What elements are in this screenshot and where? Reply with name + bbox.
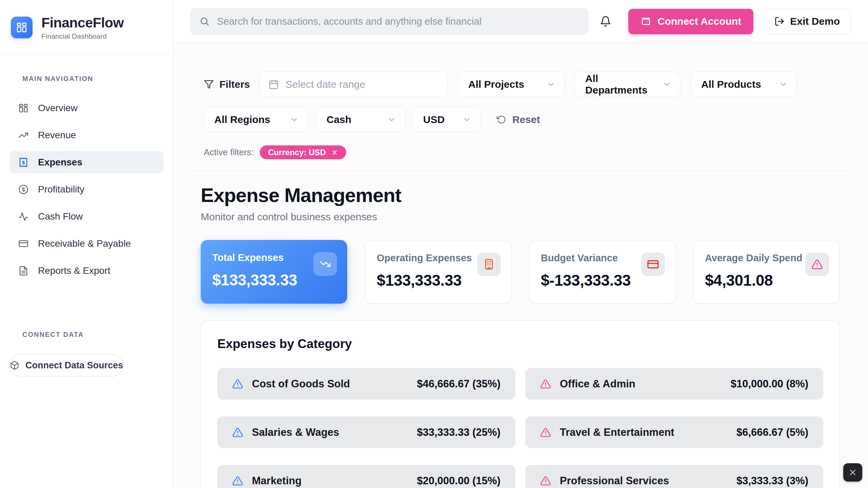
currency-select[interactable]: USD	[413, 107, 480, 132]
search-input[interactable]	[217, 16, 579, 27]
date-range-input[interactable]	[285, 79, 438, 90]
category-row-office-admin[interactable]: Office & Admin $10,000.00 (8%)	[525, 368, 823, 400]
category-value: $3,333.33 (3%)	[736, 475, 808, 487]
notifications-bell-icon[interactable]	[600, 16, 611, 27]
category-label: Office & Admin	[560, 378, 635, 390]
date-range-picker[interactable]	[259, 72, 448, 97]
calendar-icon	[269, 79, 279, 89]
payment-method-select-value: Cash	[327, 114, 351, 125]
regions-select[interactable]: All Regions	[204, 107, 308, 132]
dollar-circle-icon: $	[18, 184, 28, 195]
app-window: FinanceFlow Financial Dashboard MAIN NAV…	[0, 0, 868, 488]
sidebar-item-label: Revenue	[38, 130, 76, 141]
category-value: $10,000.00 (8%)	[731, 378, 808, 390]
sidebar-item-receivable-payable[interactable]: Receivable & Payable	[9, 232, 163, 255]
svg-text:$: $	[22, 159, 25, 165]
sidebar-item-label: Reports & Export	[38, 265, 110, 276]
departments-select-value: All Departments	[585, 73, 649, 96]
projects-select-value: All Projects	[468, 79, 524, 90]
brand-name: FinanceFlow	[41, 15, 124, 31]
connect-account-label: Connect Account	[657, 16, 741, 27]
alert-triangle-icon	[540, 475, 551, 486]
activity-icon	[18, 211, 28, 222]
alert-triangle-icon	[232, 475, 243, 486]
connect-data-sources-label: Connect Data Sources	[25, 360, 123, 371]
funnel-icon	[204, 79, 214, 89]
brand-text: FinanceFlow Financial Dashboard	[41, 15, 124, 40]
category-label: Cost of Goods Sold	[252, 378, 350, 390]
chevron-down-icon	[663, 80, 671, 89]
sidebar-item-expenses[interactable]: $ Expenses	[9, 151, 163, 173]
currency-select-value: USD	[423, 114, 445, 125]
sidebar-item-overview[interactable]: Overview	[9, 97, 163, 119]
metric-card-budget-variance[interactable]: Budget Variance $-133,333.33	[529, 240, 675, 304]
app-logo	[11, 17, 33, 38]
logout-icon	[774, 16, 785, 26]
close-overlay-button[interactable]	[843, 463, 862, 482]
metric-card-total-expenses[interactable]: Total Expenses $133,333.33	[201, 240, 347, 304]
content-area: Filters All Projects	[173, 43, 868, 488]
sidebar-item-reports-export[interactable]: Reports & Export	[9, 260, 163, 282]
close-icon[interactable]	[331, 149, 338, 156]
chevron-down-icon	[779, 80, 788, 89]
exit-demo-button[interactable]: Exit Demo	[764, 9, 850, 34]
sidebar-item-label: Profitability	[38, 184, 84, 195]
active-filter-chip-currency[interactable]: Currency: USD	[260, 145, 346, 159]
category-row-professional-services[interactable]: Professional Services $3,333.33 (3%)	[525, 465, 823, 488]
category-label: Travel & Entertainment	[560, 426, 674, 439]
chip-label: Currency: USD	[268, 148, 326, 157]
category-value: $33,333.33 (25%)	[417, 426, 500, 439]
active-filters-label: Active filters:	[204, 147, 254, 158]
category-label: Salaries & Wages	[252, 426, 339, 439]
expenses-by-category-panel: Expenses by Category Cost of Goods Sold	[201, 320, 840, 488]
connect-data-sources-button[interactable]: Connect Data Sources	[9, 354, 123, 377]
main-area: Connect Account Exit Demo	[173, 0, 868, 488]
payment-method-select[interactable]: Cash	[316, 107, 405, 132]
exit-demo-label: Exit Demo	[790, 16, 840, 27]
page-subtitle: Monitor and control business expenses	[201, 211, 853, 223]
category-value: $6,666.67 (5%)	[736, 426, 808, 439]
sidebar-item-revenue[interactable]: Revenue	[9, 124, 163, 146]
alert-triangle-icon	[540, 379, 551, 389]
wallet-icon	[640, 16, 651, 27]
chevron-down-icon	[547, 80, 555, 89]
dashboard-icon	[18, 103, 28, 113]
svg-text:$: $	[22, 186, 25, 192]
category-label: Professional Services	[560, 475, 669, 487]
sidebar-item-label: Receivable & Payable	[38, 238, 131, 249]
category-row-travel-entertainment[interactable]: Travel & Entertainment $6,666.67 (5%)	[525, 416, 823, 448]
category-row-salaries-wages[interactable]: Salaries & Wages $33,333.33 (25%)	[217, 416, 515, 448]
chevron-down-icon	[462, 115, 471, 124]
sidebar-item-cash-flow[interactable]: Cash Flow	[9, 205, 163, 227]
projects-select[interactable]: All Projects	[458, 72, 565, 97]
products-select[interactable]: All Products	[691, 72, 797, 97]
file-icon	[18, 266, 28, 276]
global-search[interactable]	[190, 8, 589, 35]
rotate-ccw-icon	[497, 115, 506, 124]
alert-triangle-icon	[232, 379, 243, 389]
connect-data-section: CONNECT DATA Connect Data Sources	[0, 287, 173, 377]
category-grid: Cost of Goods Sold $46,666.67 (35%)	[217, 368, 823, 488]
alert-triangle-icon	[540, 427, 551, 438]
reset-label: Reset	[512, 114, 540, 125]
brand-header: FinanceFlow Financial Dashboard	[0, 0, 173, 55]
section-divider	[190, 170, 853, 171]
close-icon	[848, 468, 857, 477]
sidebar-item-label: Overview	[38, 103, 78, 114]
reset-filters-button[interactable]: Reset	[497, 114, 540, 125]
cube-icon	[10, 361, 19, 370]
departments-select[interactable]: All Departments	[575, 72, 680, 97]
connect-section-header: CONNECT DATA	[22, 331, 163, 339]
metric-card-operating-expenses[interactable]: Operating Expenses $133,333.33	[365, 240, 511, 304]
metric-card-average-daily-spend[interactable]: Average Daily Spend $4,301.08	[693, 240, 840, 304]
main-navigation: MAIN NAVIGATION Overview Revenue	[0, 55, 173, 287]
credit-card-icon	[641, 252, 665, 276]
sidebar-item-profitability[interactable]: $ Profitability	[9, 178, 163, 200]
sidebar-item-label: Cash Flow	[38, 211, 83, 222]
filters-row-2: All Regions Cash USD	[204, 107, 853, 132]
connect-account-button[interactable]: Connect Account	[628, 9, 753, 34]
regions-select-value: All Regions	[214, 114, 270, 125]
category-row-marketing[interactable]: Marketing $20,000.00 (15%)	[217, 465, 515, 488]
category-row-cost-of-goods-sold[interactable]: Cost of Goods Sold $46,666.67 (35%)	[217, 368, 515, 400]
sidebar: FinanceFlow Financial Dashboard MAIN NAV…	[0, 0, 173, 488]
